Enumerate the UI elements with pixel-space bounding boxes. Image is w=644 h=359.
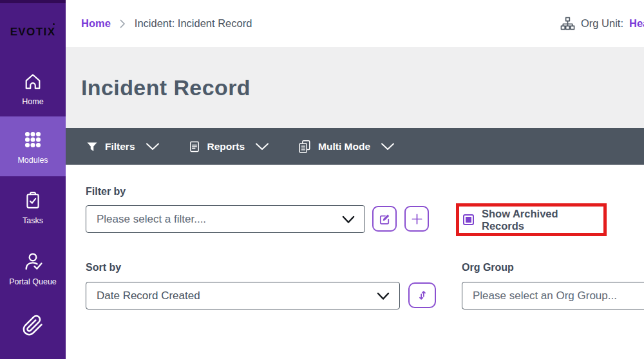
chevron-down-icon <box>377 292 390 300</box>
org-group-select[interactable]: Please select an Org Group... <box>462 282 644 309</box>
stacked-pages-icon <box>298 140 312 154</box>
chevron-down-icon <box>381 143 395 151</box>
chevron-down-icon <box>146 143 160 151</box>
sidebar-item-home[interactable]: Home <box>0 61 66 116</box>
sidebar-item-label: Tasks <box>23 216 43 225</box>
reports-label: Reports <box>207 141 245 152</box>
org-unit-selector[interactable]: Org Unit: Hea <box>560 0 644 47</box>
evotix-logo: EVOTIX <box>10 26 56 39</box>
org-unit-label: Org Unit: <box>581 17 623 30</box>
paperclip-icon <box>22 315 44 336</box>
org-group-label: Org Group <box>462 262 644 273</box>
filters-label: Filters <box>105 141 135 152</box>
modules-grid-icon <box>22 129 44 151</box>
filter-by-label: Filter by <box>86 186 644 197</box>
org-unit-value: Hea <box>629 17 644 30</box>
filter-select-placeholder: Please select a filter.... <box>97 213 206 226</box>
edit-filter-button[interactable] <box>372 206 397 232</box>
page-title: Incident Record <box>81 75 251 100</box>
person-check-icon <box>22 250 44 272</box>
multi-mode-label: Multi Mode <box>318 141 370 152</box>
tasks-clipboard-icon <box>23 190 43 211</box>
sidebar: EVOTIX Home Modules <box>0 0 66 359</box>
home-icon <box>23 71 43 92</box>
breadcrumb-chevron-icon <box>120 19 126 28</box>
reports-menu-button[interactable]: Reports <box>188 140 270 153</box>
sidebar-item-label: Home <box>22 97 43 106</box>
incident-record-page: EVOTIX Home Modules <box>0 0 644 359</box>
sidebar-item-label: Portal Queue <box>9 277 57 286</box>
toolbar: Filters Reports <box>66 128 644 165</box>
sidebar-item-label: Modules <box>17 156 48 165</box>
org-group-placeholder: Please select an Org Group... <box>473 290 617 302</box>
breadcrumb-home-link[interactable]: Home <box>81 17 111 30</box>
sidebar-item-modules[interactable]: Modules <box>0 116 66 176</box>
filter-select[interactable]: Please select a filter.... <box>86 205 365 233</box>
annotation-highlight-box: Show Archived Records <box>456 203 607 236</box>
top-bar: Home Incident: Incident Record <box>66 0 644 47</box>
chevron-down-icon <box>255 143 269 151</box>
sidebar-item-tasks[interactable]: Tasks <box>0 176 66 239</box>
show-archived-checkbox[interactable] <box>463 214 474 225</box>
org-hierarchy-icon <box>560 16 575 31</box>
report-document-icon <box>188 140 201 153</box>
filter-panel: Filter by Please select a filter.... <box>66 165 644 359</box>
sort-select-value: Date Record Created <box>97 290 200 302</box>
sort-direction-button[interactable] <box>408 282 436 308</box>
show-archived-label: Show Archived Records <box>482 208 603 232</box>
breadcrumb: Home Incident: Incident Record <box>81 17 252 30</box>
edit-pencil-icon <box>379 213 391 225</box>
page-header: Incident Record <box>66 47 644 128</box>
multi-mode-menu-button[interactable]: Multi Mode <box>298 140 395 154</box>
sort-select[interactable]: Date Record Created <box>86 282 400 309</box>
add-filter-button[interactable] <box>404 206 429 232</box>
logo-container: EVOTIX <box>0 3 66 61</box>
breadcrumb-current: Incident: Incident Record <box>135 17 252 30</box>
org-group-section: Org Group Please select an Org Group... <box>462 262 644 309</box>
sidebar-item-attachments[interactable] <box>0 297 66 359</box>
main-area: Home Incident: Incident Record <box>66 0 644 359</box>
filters-menu-button[interactable]: Filters <box>86 140 160 153</box>
sort-arrows-icon <box>416 289 429 302</box>
filter-funnel-icon <box>86 140 99 153</box>
chevron-down-icon <box>342 216 355 224</box>
checkbox-checked-fill <box>466 217 471 223</box>
plus-icon <box>410 212 424 226</box>
sidebar-item-portal-queue[interactable]: Portal Queue <box>0 239 66 297</box>
